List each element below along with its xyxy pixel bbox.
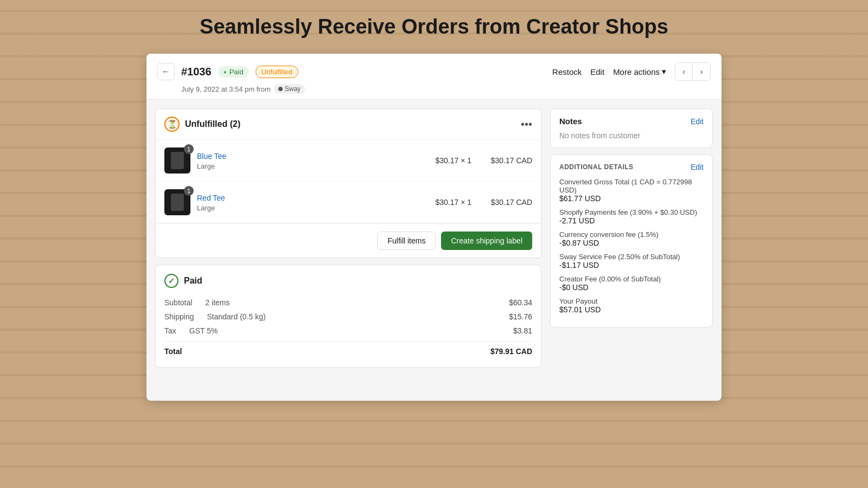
- chevron-down-icon: ▾: [662, 67, 666, 76]
- create-shipping-label-button[interactable]: Create shipping label: [441, 232, 532, 250]
- notes-card: Notes Edit No notes from customer: [550, 108, 713, 148]
- product-variant: Large: [197, 204, 422, 212]
- additional-header: ADDITIONAL DETAILS Edit: [559, 163, 704, 171]
- notes-header: Notes Edit: [559, 117, 704, 126]
- notes-content: No notes from customer: [559, 131, 704, 140]
- table-row: 1 Red Tee Large $30.17 × 1 $30.17 CAD: [156, 182, 541, 223]
- order-body: ⏳ Unfulfilled (2) ••• 1 Blue Tee Large $…: [146, 100, 722, 376]
- paid-badge: Paid: [218, 66, 249, 78]
- payment-total-row: Total $79.91 CAD: [164, 341, 532, 358]
- additional-details-card: ADDITIONAL DETAILS Edit Converted Gross …: [550, 155, 713, 328]
- product-qty: $30.17 × 1: [428, 156, 471, 165]
- product-name-link[interactable]: Blue Tee: [197, 152, 226, 160]
- nav-buttons: ‹ ›: [675, 62, 711, 81]
- unfulfilled-title: ⏳ Unfulfilled (2): [164, 117, 240, 132]
- fulfill-items-button[interactable]: Fulfill items: [377, 232, 436, 250]
- unfulfilled-section: ⏳ Unfulfilled (2) ••• 1 Blue Tee Large $…: [155, 108, 541, 258]
- page-title: Seamlessly Receive Orders from Creator S…: [200, 15, 668, 38]
- table-row: 1 Blue Tee Large $30.17 × 1 $30.17 CAD: [156, 140, 541, 182]
- product-name-link[interactable]: Red Tee: [197, 194, 225, 202]
- product-price: $30.17 CAD: [478, 156, 532, 165]
- product-qty: $30.17 × 1: [428, 198, 471, 207]
- product-thumbnail: 1: [164, 147, 190, 174]
- list-item: Sway Service Fee (2.50% of SubTotal) -$1…: [559, 253, 704, 269]
- order-header: ← #1036 Paid Unfulfilled Restock Edit Mo…: [146, 54, 722, 100]
- nav-next-button[interactable]: ›: [693, 63, 710, 80]
- list-item: Currency conversion fee (1.5%) -$0.87 US…: [559, 230, 704, 247]
- payment-tax-row: Tax GST 5% $3.81: [164, 324, 532, 338]
- quantity-badge: 1: [184, 144, 194, 154]
- edit-button[interactable]: Edit: [590, 67, 604, 76]
- list-item: Converted Gross Total (1 CAD = 0.772998 …: [559, 178, 704, 203]
- product-thumbnail: 1: [164, 189, 190, 215]
- back-button[interactable]: ←: [157, 63, 175, 80]
- product-info: Red Tee Large: [197, 193, 422, 212]
- payment-shipping-row: Shipping Standard (0.5 kg) $15.76: [164, 310, 532, 324]
- payment-subtotal-row: Subtotal 2 items $60.34: [164, 296, 532, 310]
- order-card: ← #1036 Paid Unfulfilled Restock Edit Mo…: [146, 54, 722, 401]
- paid-section: ✓ Paid Subtotal 2 items $60.34 Shipping: [155, 265, 541, 368]
- paid-icon: ✓: [164, 274, 178, 288]
- list-item: Your Payout $57.01 USD: [559, 297, 704, 314]
- unfulfilled-more-button[interactable]: •••: [521, 119, 532, 130]
- unfulfilled-header: ⏳ Unfulfilled (2) •••: [156, 109, 541, 140]
- unfulfilled-badge: Unfulfilled: [256, 66, 298, 78]
- restock-button[interactable]: Restock: [552, 67, 582, 76]
- order-number: #1036: [181, 66, 212, 78]
- additional-edit-button[interactable]: Edit: [691, 163, 704, 171]
- source-pill: Sway: [274, 84, 305, 94]
- nav-prev-button[interactable]: ‹: [675, 63, 693, 80]
- notes-title: Notes: [559, 117, 582, 126]
- order-left-column: ⏳ Unfulfilled (2) ••• 1 Blue Tee Large $…: [155, 108, 541, 368]
- unfulfilled-icon: ⏳: [164, 117, 180, 132]
- product-info: Blue Tee Large: [197, 151, 422, 170]
- order-date: July 9, 2022 at 3:54 pm from Sway: [157, 84, 711, 94]
- payment-table: Subtotal 2 items $60.34 Shipping Standar…: [164, 296, 532, 358]
- order-right-column: Notes Edit No notes from customer ADDITI…: [550, 108, 713, 368]
- product-price: $30.17 CAD: [478, 198, 532, 207]
- additional-title: ADDITIONAL DETAILS: [559, 163, 634, 171]
- action-row: Fulfill items Create shipping label: [156, 223, 541, 258]
- notes-edit-button[interactable]: Edit: [691, 117, 704, 126]
- list-item: Shopify Payments fee (3.90% + $0.30 USD)…: [559, 208, 704, 225]
- quantity-badge: 1: [184, 186, 194, 196]
- list-item: Creator Fee (0.00% of SubTotal) -$0 USD: [559, 275, 704, 292]
- sway-dot-icon: [278, 87, 283, 91]
- product-variant: Large: [197, 162, 422, 170]
- more-actions-button[interactable]: More actions ▾: [613, 67, 666, 76]
